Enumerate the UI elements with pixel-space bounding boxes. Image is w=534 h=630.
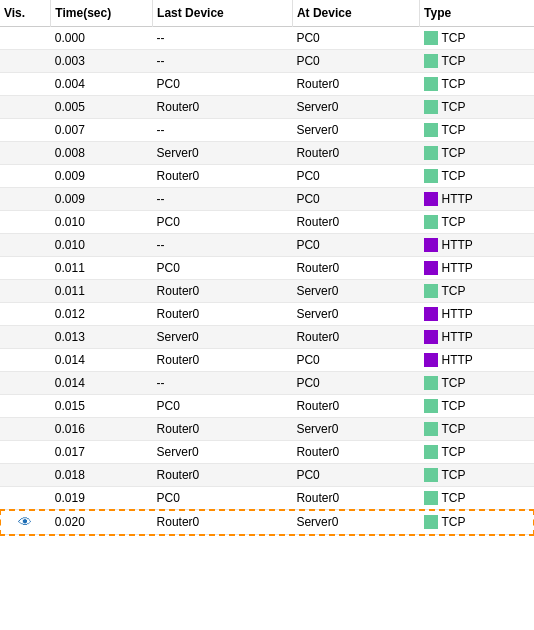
at-device-cell: Server0 <box>292 303 419 326</box>
green-square-icon <box>424 146 438 160</box>
at-device-cell: Server0 <box>292 418 419 441</box>
time-cell: 0.004 <box>51 73 153 96</box>
vis-cell <box>0 50 51 73</box>
last-device-cell: Router0 <box>153 418 293 441</box>
table-row[interactable]: 0.011Router0Server0TCP <box>0 280 534 303</box>
time-cell: 0.007 <box>51 119 153 142</box>
table-row[interactable]: 0.003--PC0TCP <box>0 50 534 73</box>
purple-square-icon <box>424 238 438 252</box>
type-label: TCP <box>442 445 466 459</box>
table-row[interactable]: 0.005Router0Server0TCP <box>0 96 534 119</box>
vis-cell: 👁 <box>0 510 51 535</box>
green-square-icon <box>424 491 438 505</box>
vis-cell <box>0 165 51 188</box>
type-label: TCP <box>442 422 466 436</box>
table-row[interactable]: 0.017Server0Router0TCP <box>0 441 534 464</box>
type-cell: TCP <box>420 142 534 165</box>
table-row[interactable]: 0.015PC0Router0TCP <box>0 395 534 418</box>
type-label: TCP <box>442 468 466 482</box>
vis-cell <box>0 234 51 257</box>
last-device-cell: Server0 <box>153 326 293 349</box>
last-device-cell: Router0 <box>153 96 293 119</box>
table-header: Vis. Time(sec) Last Device At Device Typ… <box>0 0 534 27</box>
last-device-cell: -- <box>153 234 293 257</box>
type-label: HTTP <box>442 307 473 321</box>
at-device-cell: Router0 <box>292 395 419 418</box>
last-device-cell: -- <box>153 372 293 395</box>
last-device-cell: Server0 <box>153 142 293 165</box>
col-header-vis: Vis. <box>0 0 51 27</box>
table-row[interactable]: 0.008Server0Router0TCP <box>0 142 534 165</box>
type-cell: TCP <box>420 73 534 96</box>
vis-cell <box>0 280 51 303</box>
table-row[interactable]: 0.013Server0Router0HTTP <box>0 326 534 349</box>
time-cell: 0.005 <box>51 96 153 119</box>
vis-cell <box>0 142 51 165</box>
type-label: TCP <box>442 100 466 114</box>
time-cell: 0.014 <box>51 349 153 372</box>
vis-cell <box>0 73 51 96</box>
type-cell: TCP <box>420 464 534 487</box>
last-device-cell: -- <box>153 50 293 73</box>
at-device-cell: Router0 <box>292 257 419 280</box>
last-device-cell: PC0 <box>153 73 293 96</box>
table-row[interactable]: 0.018Router0PC0TCP <box>0 464 534 487</box>
table-row[interactable]: 0.019PC0Router0TCP <box>0 487 534 510</box>
vis-cell <box>0 27 51 50</box>
green-square-icon <box>424 123 438 137</box>
type-cell: HTTP <box>420 234 534 257</box>
time-cell: 0.011 <box>51 280 153 303</box>
vis-cell <box>0 395 51 418</box>
green-square-icon <box>424 215 438 229</box>
green-square-icon <box>424 399 438 413</box>
table-row[interactable]: 0.004PC0Router0TCP <box>0 73 534 96</box>
time-cell: 0.011 <box>51 257 153 280</box>
type-cell: TCP <box>420 119 534 142</box>
table-row[interactable]: 0.009Router0PC0TCP <box>0 165 534 188</box>
at-device-cell: PC0 <box>292 188 419 211</box>
type-cell: TCP <box>420 372 534 395</box>
type-cell: HTTP <box>420 188 534 211</box>
type-label: TCP <box>442 54 466 68</box>
time-cell: 0.013 <box>51 326 153 349</box>
last-device-cell: PC0 <box>153 211 293 234</box>
green-square-icon <box>424 100 438 114</box>
table-row[interactable]: 0.012Router0Server0HTTP <box>0 303 534 326</box>
at-device-cell: Server0 <box>292 96 419 119</box>
table-row[interactable]: 0.014Router0PC0HTTP <box>0 349 534 372</box>
type-label: HTTP <box>442 261 473 275</box>
type-cell: TCP <box>420 27 534 50</box>
purple-square-icon <box>424 192 438 206</box>
table-row[interactable]: 0.007--Server0TCP <box>0 119 534 142</box>
table-row[interactable]: 0.016Router0Server0TCP <box>0 418 534 441</box>
time-cell: 0.020 <box>51 510 153 535</box>
last-device-cell: -- <box>153 27 293 50</box>
type-label: TCP <box>442 215 466 229</box>
table-row[interactable]: 0.000--PC0TCP <box>0 27 534 50</box>
at-device-cell: PC0 <box>292 349 419 372</box>
table-row[interactable]: 0.010PC0Router0TCP <box>0 211 534 234</box>
type-label: TCP <box>442 399 466 413</box>
last-device-cell: Router0 <box>153 303 293 326</box>
type-label: TCP <box>442 77 466 91</box>
at-device-cell: PC0 <box>292 234 419 257</box>
time-cell: 0.017 <box>51 441 153 464</box>
green-square-icon <box>424 468 438 482</box>
table-row[interactable]: 0.010--PC0HTTP <box>0 234 534 257</box>
eye-icon[interactable]: 👁 <box>4 514 47 530</box>
type-label: TCP <box>442 376 466 390</box>
table-row[interactable]: 👁0.020Router0Server0TCP <box>0 510 534 535</box>
type-label: TCP <box>442 169 466 183</box>
purple-square-icon <box>424 353 438 367</box>
time-cell: 0.008 <box>51 142 153 165</box>
time-cell: 0.012 <box>51 303 153 326</box>
type-cell: HTTP <box>420 326 534 349</box>
green-square-icon <box>424 77 438 91</box>
vis-cell <box>0 119 51 142</box>
vis-cell <box>0 211 51 234</box>
last-device-cell: PC0 <box>153 395 293 418</box>
table-row[interactable]: 0.009--PC0HTTP <box>0 188 534 211</box>
table-row[interactable]: 0.014--PC0TCP <box>0 372 534 395</box>
time-cell: 0.000 <box>51 27 153 50</box>
table-row[interactable]: 0.011PC0Router0HTTP <box>0 257 534 280</box>
